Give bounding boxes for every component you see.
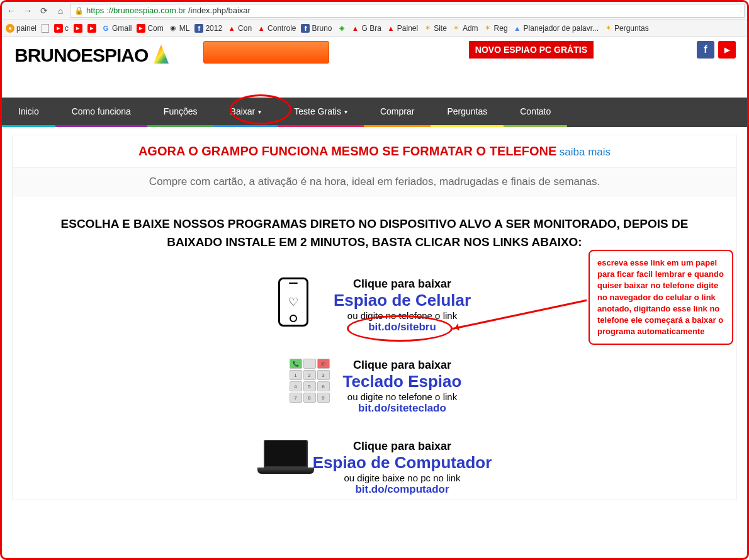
dl-product-link[interactable]: Teclado Espiao (343, 372, 462, 391)
bookmark-item[interactable]: ▸c (54, 24, 69, 33)
bookmark-item[interactable]: GGmail (101, 24, 132, 33)
lock-icon: 🔒 (74, 6, 84, 15)
shield-icon: ◈ (337, 24, 346, 33)
nav-label: Funções (164, 106, 198, 116)
yt-icon: ▸ (137, 24, 145, 33)
bookmark-label: painel (16, 24, 37, 33)
dl-sub-label: ou digite no telefone o link (343, 391, 462, 402)
download-teclado: 📞✆ 123 456 789 Clique para baixar Teclad… (13, 359, 736, 415)
bookmark-item[interactable]: ✶Perguntas (604, 24, 649, 33)
dl-shortlink[interactable]: bit.do/sitebru (334, 321, 471, 333)
tri-red-icon: ▲ (351, 24, 360, 33)
bookmark-label: Com (147, 24, 163, 33)
back-button[interactable]: ← (4, 4, 18, 18)
phone-icon: ♡ (278, 277, 322, 327)
dl-click-label: Clique para baixar (334, 277, 471, 291)
dl-product-link[interactable]: Espiao de Computador (313, 453, 492, 473)
alert-text: AGORA O GRAMPO FUNCIONA MESMO SE FORMATA… (138, 144, 556, 158)
bookmark-item[interactable]: ▲Con (227, 24, 252, 33)
logo-text: BRUNOESPIAO (14, 45, 148, 66)
facebook-icon[interactable]: f (697, 41, 714, 59)
bookmark-label: Site (434, 24, 447, 33)
bookmark-item[interactable]: f2012 (194, 24, 222, 33)
home-button[interactable]: ⌂ (54, 4, 67, 18)
bookmark-label: Controle (268, 24, 296, 33)
novo-banner[interactable]: NOVO ESPIAO PC GRÁTIS (469, 41, 594, 59)
fb-icon: f (194, 24, 203, 33)
social-icons: f ▶ (697, 41, 736, 59)
nav-item-teste-gratis[interactable]: Teste Gratis▾ (278, 98, 364, 127)
dl-shortlink[interactable]: bit.do/siteteclado (343, 402, 462, 415)
bookmark-label: Painel (397, 24, 418, 33)
nav-label: Baixar (230, 106, 256, 116)
novo-label: NOVO (475, 45, 501, 55)
orange-circle-icon: ● (6, 24, 14, 33)
nav-label: Teste Gratis (294, 106, 341, 116)
reload-button[interactable]: ⟳ (37, 4, 51, 18)
bookmark-label: Adm (463, 24, 478, 33)
fb-icon: f (301, 24, 310, 33)
page-icon (42, 24, 49, 33)
alert-link[interactable]: saiba mais (560, 146, 611, 158)
nav-label: Perguntas (447, 106, 487, 116)
heart-icon: ♡ (288, 295, 298, 309)
alert-bar: AGORA O GRAMPO FUNCIONA MESMO SE FORMATA… (13, 135, 736, 168)
bookmark-item[interactable] (42, 24, 49, 33)
bookmark-item[interactable]: ✶Reg (483, 24, 508, 33)
tri-red-icon: ▲ (227, 24, 236, 33)
annotation-box: escreva esse link em um papel para ficar… (588, 250, 733, 345)
bookmark-item[interactable]: ▲G Bra (351, 24, 381, 33)
ml-icon: ◉ (169, 24, 177, 33)
bookmark-label: Con (238, 24, 252, 33)
nav-item-inicio[interactable]: Inicio (2, 98, 55, 127)
chevron-down-icon: ▾ (258, 108, 261, 115)
bookmark-item[interactable]: ✶Adm (452, 24, 478, 33)
joomla-icon: ✶ (604, 24, 612, 33)
dl-sub-label: ou digite baixe no pc no link (313, 473, 492, 483)
nav-item-contato[interactable]: Contato (504, 98, 567, 127)
site-header: BRUNOESPIAO NOVO ESPIAO PC GRÁTIS f ▶ (2, 37, 747, 66)
forward-button[interactable]: → (21, 4, 35, 18)
ads-icon: ▲ (513, 24, 522, 33)
nav-item-comprar[interactable]: Comprar (364, 98, 431, 127)
bookmark-label: Reg (494, 24, 508, 33)
url-protocol: https (86, 6, 104, 15)
nav-label: Inicio (18, 106, 39, 116)
bookmark-item[interactable]: ▲Painel (386, 24, 418, 33)
bookmark-item[interactable]: ▲Planejador de palavr... (513, 24, 599, 33)
nav-item-como-funciona[interactable]: Como funciona (55, 98, 147, 127)
nav-item-perguntas[interactable]: Perguntas (431, 98, 504, 127)
main-nav: InicioComo funcionaFunçõesBaixar▾Teste G… (2, 98, 747, 127)
nav-item-funções[interactable]: Funções (147, 98, 214, 127)
joomla-icon: ✶ (452, 24, 461, 33)
dl-product-link[interactable]: Espiao de Celular (334, 291, 471, 310)
dl-shortlink[interactable]: bit.do/computador (313, 483, 492, 496)
keypad-icon: 📞✆ 123 456 789 (288, 359, 332, 403)
bookmark-label: 2012 (205, 24, 222, 33)
joomla-icon: ✶ (423, 24, 432, 33)
bookmark-item[interactable]: ◉ML (169, 24, 190, 33)
bookmark-item[interactable]: ✶Site (423, 24, 447, 33)
bookmark-item[interactable]: ◈ (337, 24, 346, 33)
logo-sail-icon (152, 45, 171, 66)
bookmark-label: Gmail (112, 24, 132, 33)
orange-banner[interactable] (203, 41, 329, 64)
bookmark-label: G Bra (362, 24, 381, 33)
nav-item-baixar[interactable]: Baixar▾ (214, 98, 278, 127)
laptop-icon (257, 440, 301, 478)
bookmark-item[interactable]: ▸ (87, 24, 96, 33)
dl-sub-label: ou digite no telefone o link (334, 310, 471, 321)
bookmark-item[interactable]: ▲Controle (257, 24, 296, 33)
bookmark-item[interactable]: ●painel (6, 24, 37, 33)
gray-bar: Compre com cartão, a ativação é na hora,… (13, 168, 736, 196)
url-path: /index.php/baixar (188, 6, 251, 15)
logo[interactable]: BRUNOESPIAO (14, 45, 171, 66)
bookmark-item[interactable]: fBruno (301, 24, 332, 33)
novo-rest: ESPIAO PC GRÁTIS (501, 45, 587, 55)
bookmark-label: Planejador de palavr... (524, 24, 599, 33)
bookmark-item[interactable]: ▸ (74, 24, 82, 33)
url-bar[interactable]: 🔒 https://brunoespiao.com.br/index.php/b… (70, 4, 745, 18)
bookmark-item[interactable]: ▸Com (137, 24, 163, 33)
bookmarks-bar: ●painel▸c▸▸GGmail▸Com◉MLf2012▲Con▲Contro… (2, 20, 747, 37)
youtube-icon[interactable]: ▶ (718, 41, 736, 59)
